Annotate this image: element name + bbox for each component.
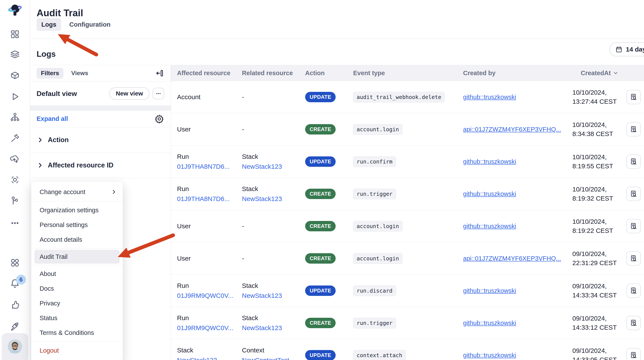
- table-row[interactable]: Account - UPDATE audit_trail_webhook.del…: [171, 81, 644, 113]
- collapse-panel-icon[interactable]: [155, 69, 164, 78]
- core-icon[interactable]: [0, 175, 30, 185]
- affected-resource-link[interactable]: 01J9RM9QWC0V...: [177, 323, 242, 333]
- new-view-button[interactable]: New view: [109, 87, 150, 100]
- menu-item-privacy[interactable]: Privacy: [32, 296, 123, 311]
- event-type-chip: account.login: [353, 221, 402, 232]
- created-by-link[interactable]: api::01J7ZWZM4YF6XEP3VFHQ...: [463, 255, 572, 262]
- related-resource-link[interactable]: NewStack123: [242, 194, 305, 204]
- filter-section-affected-resource-id[interactable]: Affected resource ID: [30, 153, 171, 178]
- col-related-resource: Related resource: [242, 70, 305, 77]
- table-row[interactable]: Run01J9THA8N7D6... StackNewStack123 UPDA…: [171, 146, 644, 178]
- created-by-link[interactable]: github::truszkowski: [463, 94, 572, 101]
- runs-icon[interactable]: [0, 91, 30, 102]
- tab-logs[interactable]: Logs: [36, 18, 61, 31]
- affected-resource-link[interactable]: 01J9RM9QWC0V...: [177, 291, 242, 301]
- table-row[interactable]: User - CREATE account.login api::01J7ZWZ…: [171, 113, 644, 146]
- action-badge: CREATE: [305, 189, 336, 199]
- chevron-right-icon: [38, 137, 43, 143]
- table-row[interactable]: User - CREATE account.login api::01J7ZWZ…: [171, 242, 644, 275]
- menu-item-personal-settings[interactable]: Personal settings: [32, 217, 123, 232]
- col-action: Action: [305, 70, 353, 77]
- table-row[interactable]: User - CREATE account.login github::trus…: [171, 210, 644, 242]
- time-line: 14:33:12 CEST: [572, 323, 626, 332]
- more-icon[interactable]: [0, 218, 30, 228]
- view-details-button[interactable]: [626, 154, 641, 169]
- affected-resource-link[interactable]: NewStack123: [177, 355, 242, 360]
- filter-settings-gear-icon[interactable]: [154, 114, 164, 124]
- created-by-link[interactable]: github::truszkowski: [463, 319, 572, 327]
- affected-resource-link[interactable]: 01J9THA8N7D6...: [177, 162, 242, 172]
- view-options-button[interactable]: [152, 88, 164, 99]
- apps-icon[interactable]: [0, 257, 30, 268]
- table-row[interactable]: Run01J9THA8N7D6... StackNewStack123 CREA…: [171, 178, 644, 210]
- view-details-button[interactable]: [626, 122, 641, 136]
- ellipsis-icon: [155, 90, 162, 97]
- view-details-button[interactable]: [626, 219, 641, 233]
- tab-filters[interactable]: Filters: [36, 68, 64, 79]
- menu-item-account-details[interactable]: Account details: [32, 232, 123, 247]
- tab-configuration[interactable]: Configuration: [69, 18, 110, 31]
- date-range-button[interactable]: 14 days: [610, 43, 644, 56]
- log-details-icon: [630, 351, 638, 359]
- view-details-button[interactable]: [626, 348, 641, 360]
- resources-icon[interactable]: [0, 112, 30, 122]
- menu-item-logout[interactable]: Logout: [32, 343, 123, 358]
- related-resource-link[interactable]: NewStack123: [242, 291, 305, 301]
- col-affected-resource: Affected resource: [171, 70, 242, 77]
- view-details-button[interactable]: [626, 283, 641, 298]
- menu-item-terms[interactable]: Terms & Conditions: [32, 325, 123, 340]
- related-resource-type: -: [242, 124, 305, 134]
- table-row[interactable]: Run01J9RM9QWC0V... StackNewStack123 UPDA…: [171, 275, 644, 307]
- worker-pools-icon[interactable]: [0, 154, 30, 164]
- menu-item-label: Privacy: [40, 300, 60, 307]
- date-range-label: 14 days: [626, 46, 644, 53]
- menu-item-about[interactable]: About: [32, 266, 123, 281]
- filter-section-label: Action: [48, 136, 68, 144]
- view-details-button[interactable]: [626, 90, 641, 104]
- menu-item-docs[interactable]: Docs: [32, 281, 123, 296]
- view-details-button[interactable]: [626, 316, 641, 330]
- action-badge: UPDATE: [305, 156, 336, 167]
- page-title: Audit Trail: [36, 8, 83, 19]
- event-type-chip: account.login: [353, 124, 402, 135]
- menu-item-organization-settings[interactable]: Organization settings: [32, 203, 123, 217]
- event-type-chip: run.discard: [353, 285, 396, 296]
- col-created-at[interactable]: CreatedAt: [572, 70, 626, 77]
- action-badge: CREATE: [305, 318, 336, 328]
- affected-resource-link[interactable]: 01J9THA8N7D6...: [177, 194, 242, 204]
- user-avatar[interactable]: [2, 333, 28, 360]
- log-details-icon: [630, 157, 638, 166]
- tab-views[interactable]: Views: [71, 70, 88, 77]
- dashboard-icon[interactable]: [0, 29, 30, 40]
- table-row[interactable]: StackNewStack123 ContextNewContextTest U…: [171, 339, 644, 360]
- view-details-button[interactable]: [626, 251, 641, 266]
- blueprints-icon[interactable]: [0, 70, 30, 81]
- related-resource-link[interactable]: NewStack123: [242, 162, 305, 172]
- menu-item-change-account[interactable]: Change account: [32, 184, 123, 200]
- menu-item-status[interactable]: Status: [32, 311, 123, 325]
- tools-icon[interactable]: [0, 133, 30, 143]
- calendar-icon: [615, 46, 623, 53]
- created-by-link[interactable]: github::truszkowski: [463, 352, 572, 359]
- expand-all-link[interactable]: Expand all: [36, 115, 68, 122]
- source-control-icon[interactable]: [0, 196, 30, 206]
- created-by-link[interactable]: github::truszkowski: [463, 223, 572, 230]
- time-line: 14:33:05 CEST: [572, 355, 626, 360]
- action-badge: CREATE: [305, 124, 336, 135]
- related-resource-type: Context: [242, 345, 305, 355]
- created-by-link[interactable]: api::01J7ZWZM4YF6XEP3VFHQ...: [463, 126, 572, 133]
- filter-section-action[interactable]: Action: [30, 127, 171, 153]
- related-resource-link[interactable]: NewContextTest: [242, 355, 305, 360]
- created-by-link[interactable]: github::truszkowski: [463, 287, 572, 294]
- launchpad-rocket-icon[interactable]: [0, 321, 30, 331]
- stacks-icon[interactable]: [0, 49, 30, 60]
- feedback-thumbs-up-icon[interactable]: [0, 300, 30, 310]
- table-row[interactable]: Run01J9RM9QWC0V... StackNewStack123 CREA…: [171, 307, 644, 339]
- view-details-button[interactable]: [626, 187, 641, 201]
- spacelift-logo-icon[interactable]: [0, 3, 30, 17]
- related-resource-link[interactable]: NewStack123: [242, 323, 305, 333]
- menu-item-audit-trail[interactable]: Audit Trail: [34, 250, 120, 264]
- created-by-link[interactable]: github::truszkowski: [463, 190, 572, 198]
- menu-item-label: Status: [40, 314, 57, 322]
- created-by-link[interactable]: github::truszkowski: [463, 158, 572, 165]
